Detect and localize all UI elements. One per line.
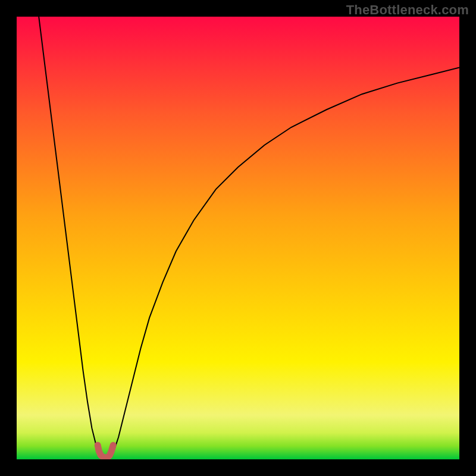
chart-svg [17, 17, 459, 459]
chart-frame: TheBottleneck.com [0, 0, 476, 476]
chart-background [17, 17, 459, 459]
plot-area [17, 17, 459, 459]
watermark-text: TheBottleneck.com [346, 2, 469, 18]
